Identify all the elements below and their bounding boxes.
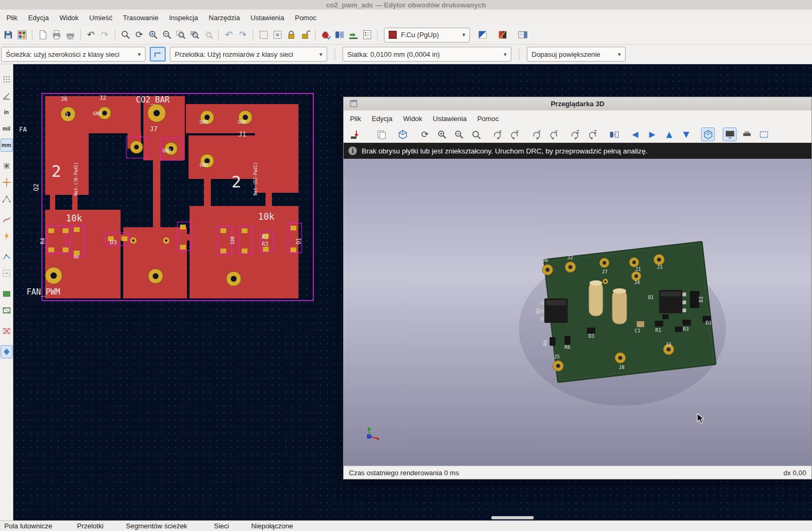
pan-up-icon[interactable]: ▲ bbox=[662, 127, 676, 141]
paste-select-icon[interactable] bbox=[270, 28, 284, 42]
pan-down-icon[interactable]: ▼ bbox=[679, 127, 693, 141]
redraw-icon[interactable]: ⟳ bbox=[418, 127, 432, 141]
svg-text:Z: Z bbox=[576, 129, 579, 134]
secondary-toolbar: Ścieżka: użyj szerokości z klasy sieci ▾… bbox=[0, 45, 812, 64]
view-back-icon[interactable]: ↶ bbox=[222, 28, 236, 42]
units-inches-icon[interactable]: in bbox=[1, 106, 13, 119]
board3d-label: J2 bbox=[567, 255, 573, 260]
drc-report-icon[interactable] bbox=[360, 28, 374, 42]
update-pcb-icon[interactable] bbox=[346, 28, 360, 42]
ortho-view-icon[interactable] bbox=[701, 127, 715, 141]
curved-ratsnest-icon[interactable] bbox=[1, 213, 13, 226]
undo-icon[interactable]: ↶ bbox=[84, 28, 98, 42]
zoom-fit-icon[interactable] bbox=[469, 127, 483, 141]
render-view-icon[interactable] bbox=[396, 127, 409, 141]
contrast-mode-icon[interactable] bbox=[495, 28, 509, 42]
zone-fill-icon[interactable] bbox=[1, 287, 13, 301]
zoom-out-icon[interactable] bbox=[160, 28, 174, 42]
menu3d-widok[interactable]: Widok bbox=[398, 112, 428, 125]
update-footprints-icon[interactable] bbox=[332, 28, 346, 42]
menu3d-edycja[interactable]: Edycja bbox=[366, 112, 398, 125]
local-ratsnest-icon[interactable] bbox=[1, 250, 13, 263]
viewer3d-titlebar[interactable]: Przeglądarka 3D bbox=[344, 97, 811, 110]
selection-filter-icon[interactable] bbox=[1, 267, 13, 280]
board-setup-icon[interactable] bbox=[15, 28, 29, 42]
refresh-view-icon[interactable]: ⟳ bbox=[132, 28, 146, 42]
menu-umiesc[interactable]: Umieść bbox=[84, 11, 117, 24]
zone-hide-icon[interactable] bbox=[1, 324, 13, 338]
find-icon[interactable] bbox=[118, 28, 132, 42]
track-posture-button[interactable] bbox=[150, 47, 166, 62]
chevron-down-icon: ▾ bbox=[462, 31, 465, 38]
units-mm-icon[interactable]: mm bbox=[1, 139, 13, 152]
zoom-fit-icon[interactable] bbox=[174, 28, 187, 42]
track-width-select[interactable]: Ścieżka: użyj szerokości z klasy sieci ▾ bbox=[1, 47, 146, 62]
menu3d-plik[interactable]: Plik bbox=[345, 112, 366, 125]
flip-board-icon[interactable] bbox=[607, 127, 621, 141]
view-forward-icon[interactable]: ↷ bbox=[236, 28, 250, 42]
zoom-select[interactable]: Dopasuj powiększenie ▾ bbox=[527, 47, 626, 62]
reload-board-icon[interactable] bbox=[348, 127, 362, 141]
horizontal-scrollbar[interactable] bbox=[491, 516, 534, 519]
zoom-objects-icon[interactable] bbox=[187, 28, 201, 42]
menu-ustawienia[interactable]: Ustawienia bbox=[245, 11, 290, 24]
menu-inspekcja[interactable]: Inspekcja bbox=[164, 11, 203, 24]
pan-left-icon[interactable]: ◀ bbox=[628, 127, 642, 141]
bounding-box-icon[interactable] bbox=[757, 127, 771, 141]
rotate-x-pos-icon[interactable]: X bbox=[507, 127, 521, 141]
status-unconnected: Niepołączone bbox=[251, 522, 293, 530]
save-icon[interactable] bbox=[1, 28, 15, 42]
rotate-z-pos-icon[interactable]: Z bbox=[585, 127, 599, 141]
pan-right-icon[interactable]: ▶ bbox=[645, 127, 659, 141]
svg-text:X: X bbox=[516, 129, 519, 134]
pcb-label: 1 bbox=[65, 112, 69, 118]
pcb-label: R6 bbox=[74, 255, 79, 260]
ratsnest-visibility-icon[interactable] bbox=[1, 192, 13, 205]
rotate-y-neg-icon[interactable]: Y bbox=[529, 127, 543, 141]
zone-outline-icon[interactable] bbox=[1, 304, 13, 317]
redo-icon[interactable]: ↷ bbox=[98, 28, 112, 42]
zoom-in-icon[interactable] bbox=[435, 127, 449, 141]
grid-select[interactable]: Siatka: 0,0100 mm (0,0004 in) ▾ bbox=[343, 47, 511, 62]
rotate-x-neg-icon[interactable]: X bbox=[490, 127, 504, 141]
pcb-label: GND bbox=[200, 119, 208, 125]
zoom-in-icon[interactable] bbox=[146, 28, 160, 42]
unlock-icon[interactable] bbox=[298, 28, 312, 42]
menu3d-ustawienia[interactable]: Ustawienia bbox=[428, 112, 472, 125]
full-crosshair-icon[interactable] bbox=[1, 176, 13, 189]
cursor-shape-icon[interactable] bbox=[1, 159, 13, 173]
menu-edycja[interactable]: Edycja bbox=[23, 11, 54, 24]
net-highlight-icon[interactable] bbox=[1, 229, 13, 243]
opengl-render-icon[interactable] bbox=[723, 127, 737, 141]
layer-select[interactable]: F.Cu (PgUp) ▾ bbox=[384, 28, 470, 42]
copy-image-icon[interactable] bbox=[374, 127, 388, 141]
layer-pair-icon[interactable] bbox=[475, 28, 489, 42]
area-select-icon[interactable] bbox=[257, 28, 270, 42]
menu-plik[interactable]: Plik bbox=[1, 11, 23, 24]
polar-coords-icon[interactable] bbox=[1, 89, 13, 102]
zoom-out-icon[interactable] bbox=[452, 127, 466, 141]
grid-visibility-icon[interactable] bbox=[1, 73, 13, 86]
run-drc-icon[interactable] bbox=[319, 28, 332, 42]
menu-pomoc[interactable]: Pomoc bbox=[289, 11, 321, 24]
rotate-z-neg-icon[interactable]: Z bbox=[568, 127, 582, 141]
menu-widok[interactable]: Widok bbox=[54, 11, 84, 24]
inactive-layer-mode-icon[interactable] bbox=[1, 345, 13, 358]
layers-panel-icon[interactable] bbox=[516, 28, 529, 42]
pcb-label: FA bbox=[19, 126, 27, 133]
raytrace-render-icon[interactable] bbox=[740, 127, 754, 141]
window-titlebar[interactable]: co2_pwm_adc — Edytor obwodów drukowanych bbox=[0, 0, 812, 10]
page-setup-icon[interactable] bbox=[36, 28, 49, 42]
zoom-selection-icon[interactable] bbox=[201, 28, 215, 42]
rotate-y-pos-icon[interactable]: Y bbox=[546, 127, 560, 141]
menu3d-pomoc[interactable]: Pomoc bbox=[472, 112, 504, 125]
plot-icon[interactable] bbox=[63, 28, 77, 42]
viewer3d-title: Przeglądarka 3D bbox=[551, 100, 604, 108]
lock-icon[interactable] bbox=[284, 28, 298, 42]
menu-narzedzia[interactable]: Narzędzia bbox=[203, 11, 245, 24]
print-icon[interactable] bbox=[49, 28, 63, 42]
menu-trasowanie[interactable]: Trasowanie bbox=[117, 11, 164, 24]
viewer3d-canvas[interactable]: J6 J2 J7 J1 J4 J1 Q2 Q1 D2 D1 R1 R3 C1 R… bbox=[344, 159, 811, 466]
via-size-select[interactable]: Przelotka: Użyj rozmiarów z klasy sieci … bbox=[170, 47, 327, 62]
units-mils-icon[interactable]: mil bbox=[1, 122, 13, 135]
